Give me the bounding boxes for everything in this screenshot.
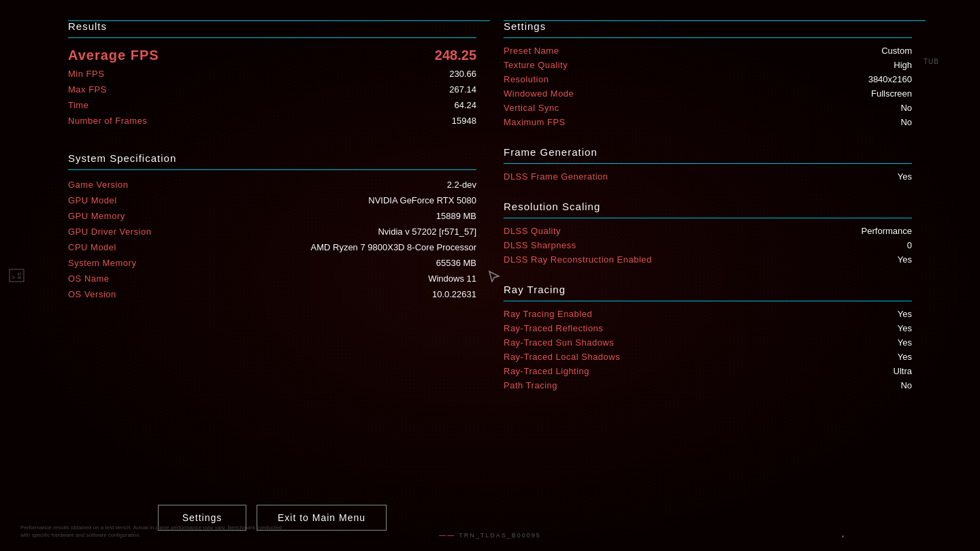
frames-value: 15948 (452, 116, 476, 126)
maxfps-value: No (900, 117, 912, 127)
rt-enabled-row: Ray Tracing Enabled Yes (504, 307, 912, 321)
path-tracing-label: Path Tracing (504, 380, 557, 390)
windowed-label: Windowed Mode (504, 88, 574, 99)
bottom-id: TRN_TLDAS_B00095 (459, 532, 541, 539)
rt-enabled-value: Yes (898, 309, 912, 319)
texture-row: Texture Quality High (504, 58, 912, 72)
vsync-row: Vertical Sync No (504, 101, 912, 115)
os-name-row: OS Name Windows 11 (68, 271, 476, 286)
os-name-value: Windows 11 (428, 273, 476, 284)
system-memory-value: 65536 MB (436, 258, 476, 268)
dlss-quality-row: DLSS Quality Performance (504, 224, 912, 238)
os-version-label: OS Version (68, 289, 116, 299)
gpu-memory-value: 15889 MB (436, 211, 476, 221)
gpu-memory-row: GPU Memory 15889 MB (68, 208, 476, 224)
game-version-value: 2.2-dev (447, 180, 476, 190)
preset-row: Preset Name Custom (504, 44, 912, 58)
game-version-label: Game Version (68, 180, 128, 190)
dlss-quality-label: DLSS Quality (504, 226, 561, 236)
os-version-value: 10.0.22631 (432, 289, 476, 299)
version-tag: TUB (924, 58, 939, 65)
min-fps-label: Min FPS (68, 69, 104, 79)
os-version-row: OS Version 10.0.22631 (68, 286, 476, 302)
rt-reflections-row: Ray-Traced Reflections Yes (504, 321, 912, 335)
results-title: Results (68, 20, 476, 38)
rt-local-shadows-value: Yes (898, 352, 912, 362)
system-memory-label: System Memory (68, 258, 136, 268)
frame-gen-section: Frame Generation DLSS Frame Generation Y… (504, 146, 912, 184)
max-fps-label: Max FPS (68, 84, 107, 95)
gpu-driver-row: GPU Driver Version Nvidia v 57202 [r571_… (68, 224, 476, 239)
dlss-rr-label: DLSS Ray Reconstruction Enabled (504, 254, 652, 265)
windowed-value: Fullscreen (871, 88, 912, 99)
top-line-right (504, 20, 926, 21)
gpu-driver-value: Nvidia v 57202 [r571_57] (378, 227, 476, 237)
texture-label: Texture Quality (504, 60, 568, 70)
rt-reflections-label: Ray-Traced Reflections (504, 323, 603, 333)
bottom-center-text: —— TRN_TLDAS_B00095 (439, 531, 541, 539)
gpu-model-label: GPU Model (68, 195, 117, 205)
rt-local-shadows-row: Ray-Traced Local Shadows Yes (504, 350, 912, 364)
res-scaling-title: Resolution Scaling (504, 201, 912, 218)
windowed-row: Windowed Mode Fullscreen (504, 86, 912, 101)
dlss-framegen-value: Yes (898, 171, 912, 182)
rt-sun-shadows-row: Ray-Traced Sun Shadows Yes (504, 335, 912, 350)
resolution-row: Resolution 3840x2160 (504, 72, 912, 86)
res-scaling-section: Resolution Scaling DLSS Quality Performa… (504, 201, 912, 267)
dlss-rr-row: DLSS Ray Reconstruction Enabled Yes (504, 252, 912, 267)
cursor-icon (487, 269, 502, 287)
rt-lighting-row: Ray-Traced Lighting Ultra (504, 364, 912, 378)
left-panel: Results Average FPS 248.25 Min FPS 230.6… (68, 20, 476, 531)
system-title: System Specification (68, 152, 476, 170)
rt-sun-shadows-label: Ray-Traced Sun Shadows (504, 337, 614, 348)
avg-fps-label: Average FPS (68, 48, 159, 63)
side-text: V85 (9, 269, 24, 282)
frames-row: Number of Frames 15948 (68, 113, 476, 129)
avg-fps-row: Average FPS 248.25 (68, 45, 476, 66)
cpu-model-row: CPU Model AMD Ryzen 7 9800X3D 8-Core Pro… (68, 239, 476, 255)
game-version-row: Game Version 2.2-dev (68, 177, 476, 193)
preset-value: Custom (881, 46, 912, 56)
settings-section: Settings Preset Name Custom Texture Qual… (504, 20, 912, 129)
os-name-label: OS Name (68, 273, 110, 284)
ray-tracing-title: Ray Tracing (504, 284, 912, 301)
time-row: Time 64.24 (68, 97, 476, 113)
dlss-sharpness-row: DLSS Sharpness 0 (504, 238, 912, 252)
rt-local-shadows-label: Ray-Traced Local Shadows (504, 352, 620, 362)
maxfps-row: Maximum FPS No (504, 115, 912, 129)
bottom-watermark: Performance results obtained on a test b… (20, 524, 293, 539)
cpu-model-label: CPU Model (68, 242, 116, 252)
dlss-sharpness-value: 0 (907, 240, 912, 250)
gpu-driver-label: GPU Driver Version (68, 227, 151, 237)
max-fps-value: 267.14 (449, 84, 476, 95)
path-tracing-row: Path Tracing No (504, 378, 912, 393)
preset-label: Preset Name (504, 46, 559, 56)
min-fps-value: 230.66 (449, 69, 476, 79)
rt-lighting-label: Ray-Traced Lighting (504, 366, 589, 376)
system-section: System Specification Game Version 2.2-de… (68, 152, 476, 302)
rt-sun-shadows-value: Yes (898, 337, 912, 348)
gpu-model-value: NVIDIA GeForce RTX 5080 (368, 195, 476, 205)
dlss-quality-value: Performance (862, 226, 912, 236)
frame-gen-title: Frame Generation (504, 146, 912, 164)
rt-lighting-value: Ultra (894, 366, 912, 376)
vsync-value: No (900, 103, 912, 113)
avg-fps-value: 248.25 (435, 48, 476, 63)
dlss-sharpness-label: DLSS Sharpness (504, 240, 576, 250)
ray-tracing-section: Ray Tracing Ray Tracing Enabled Yes Ray-… (504, 284, 912, 393)
results-section: Results Average FPS 248.25 Min FPS 230.6… (68, 20, 476, 129)
dlss-rr-value: Yes (898, 254, 912, 265)
resolution-value: 3840x2160 (868, 74, 912, 84)
texture-value: High (894, 60, 912, 70)
system-memory-row: System Memory 65536 MB (68, 255, 476, 271)
resolution-label: Resolution (504, 74, 549, 84)
frames-label: Number of Frames (68, 116, 147, 126)
time-value: 64.24 (454, 100, 476, 110)
bottom-right-dot (842, 535, 844, 537)
top-line-left (68, 20, 490, 21)
dlss-framegen-label: DLSS Frame Generation (504, 171, 608, 182)
cpu-model-value: AMD Ryzen 7 9800X3D 8-Core Processor (311, 242, 477, 252)
path-tracing-value: No (900, 380, 912, 390)
settings-title: Settings (504, 20, 912, 38)
rt-enabled-label: Ray Tracing Enabled (504, 309, 592, 319)
